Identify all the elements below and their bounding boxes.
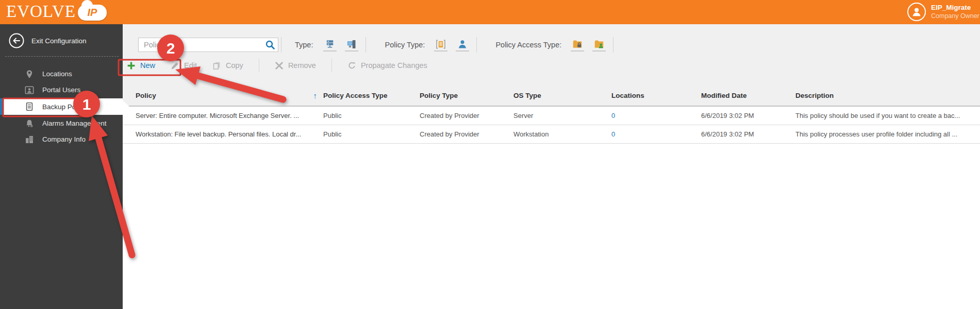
filter-policy-type-provider-icon[interactable] <box>434 38 447 52</box>
table-row[interactable]: Workstation: File level backup. Personal… <box>123 125 980 144</box>
filter-type-server-icon[interactable] <box>323 38 337 52</box>
policy-search-box <box>138 38 278 52</box>
user-menu[interactable]: EIP_Migrate Company Owner <box>907 3 979 21</box>
cell-policy-access-type: Public <box>323 112 420 119</box>
column-header-modified-date[interactable]: Modified Date <box>701 92 795 99</box>
pencil-icon <box>171 61 179 70</box>
back-arrow-icon <box>8 32 25 49</box>
copy-icon <box>212 61 221 70</box>
filter-separator <box>281 37 281 53</box>
propagate-changes-label: Propagate Changes <box>361 61 427 70</box>
sidebar-item-label: Backup Policies <box>42 103 91 111</box>
filter-access-public-icon[interactable] <box>571 38 584 52</box>
edit-button-label: Edit <box>184 61 197 70</box>
sidebar-item-label: Company Info <box>42 135 86 143</box>
column-header-policy-type[interactable]: Policy Type <box>420 92 513 99</box>
cell-policy-type: Created by Provider <box>420 130 513 138</box>
copy-button-label: Copy <box>226 61 243 70</box>
copy-button[interactable]: Copy <box>212 61 243 70</box>
sort-ascending-icon: ↑ <box>313 91 318 100</box>
backup-policies-icon <box>25 102 34 111</box>
table-body: Server: Entire computer. Microsoft Excha… <box>123 106 980 309</box>
column-header-os-type[interactable]: OS Type <box>513 92 611 99</box>
user-role: Company Owner <box>931 12 979 21</box>
x-icon <box>275 61 284 70</box>
policy-search-input[interactable] <box>139 38 262 52</box>
column-header-locations[interactable]: Locations <box>611 92 701 99</box>
column-header-description[interactable]: Description <box>795 92 980 99</box>
top-bar: EVOLVE IP EIP_Migrate Company Owner <box>0 0 980 24</box>
column-header-policy[interactable]: Policy ↑ <box>136 91 323 100</box>
portal-users-icon <box>25 85 34 95</box>
column-header-label: Policy <box>136 92 156 99</box>
sidebar-nav: Locations Portal Users Backup Policies A… <box>0 66 123 147</box>
new-button[interactable]: New <box>127 61 155 70</box>
user-name: EIP_Migrate <box>931 4 979 12</box>
sidebar-item-portal-users[interactable]: Portal Users <box>0 82 123 98</box>
cell-policy-type: Created by Provider <box>420 112 513 119</box>
toolbar: New Edit Copy Remove Propagate Cha <box>127 58 427 73</box>
table-header: Policy ↑ Policy Access Type Policy Type … <box>123 85 980 106</box>
locations-count-link[interactable]: 0 <box>611 112 615 119</box>
location-pin-icon <box>25 70 34 79</box>
alarm-bell-icon <box>25 119 34 128</box>
table-row[interactable]: Server: Entire computer. Microsoft Excha… <box>123 107 980 125</box>
policy-type-filter-label: Policy Type: <box>385 41 425 49</box>
logo-badge-text: IP <box>88 7 97 19</box>
toolbar-separator <box>259 59 259 72</box>
logo-text: EVOLVE <box>6 2 76 21</box>
cell-policy-access-type: Public <box>323 130 420 138</box>
cell-modified-date: 6/6/2019 3:02 PM <box>701 130 795 138</box>
cell-description: This policy processes user profile folde… <box>795 130 980 138</box>
propagate-changes-button[interactable]: Propagate Changes <box>347 61 427 70</box>
sidebar-item-label: Locations <box>42 70 72 78</box>
plus-icon <box>127 61 136 70</box>
sidebar-item-company-info[interactable]: Company Info <box>0 131 123 147</box>
remove-button[interactable]: Remove <box>275 61 316 70</box>
cell-os-type: Workstation <box>513 130 611 138</box>
sidebar-item-backup-policies[interactable]: Backup Policies <box>0 98 123 115</box>
column-header-policy-access-type[interactable]: Policy Access Type <box>323 92 420 99</box>
sidebar-item-label: Alarms Management <box>42 119 107 127</box>
sidebar-item-locations[interactable]: Locations <box>0 66 123 82</box>
policy-access-type-filter-label: Policy Access Type: <box>495 41 561 49</box>
logo-cloud-badge: IP <box>78 5 107 21</box>
search-icon[interactable] <box>262 38 278 52</box>
sidebar: Exit Configuration Locations Portal User… <box>0 24 123 309</box>
user-avatar-icon <box>907 3 926 21</box>
filter-policy-type-user-icon[interactable] <box>456 38 469 52</box>
exit-configuration-label: Exit Configuration <box>31 37 87 45</box>
new-button-label: New <box>140 61 155 70</box>
cell-policy: Server: Entire computer. Microsoft Excha… <box>136 112 323 119</box>
cell-os-type: Server <box>513 112 611 119</box>
edit-button[interactable]: Edit <box>171 61 197 70</box>
filter-access-private-icon[interactable] <box>592 38 606 52</box>
cell-description: This policy should be used if you want t… <box>795 112 980 119</box>
sidebar-item-alarms-management[interactable]: Alarms Management <box>0 115 123 131</box>
sidebar-divider <box>5 56 119 57</box>
filter-bar: Type: Policy Type: Policy Access Type: <box>138 37 613 53</box>
exit-configuration-button[interactable]: Exit Configuration <box>0 24 123 56</box>
toolbar-separator <box>331 59 332 72</box>
type-filter-label: Type: <box>295 41 313 49</box>
main-content: Type: Policy Type: Policy Access Type: <box>123 24 980 309</box>
cell-modified-date: 6/6/2019 3:02 PM <box>701 112 795 119</box>
filter-separator <box>613 37 613 53</box>
refresh-icon <box>347 61 356 70</box>
filter-separator <box>476 37 477 53</box>
locations-count-link[interactable]: 0 <box>611 130 615 138</box>
sidebar-item-label: Portal Users <box>42 86 80 94</box>
remove-button-label: Remove <box>288 61 316 70</box>
filter-type-workstation-icon[interactable] <box>345 38 358 52</box>
evolve-ip-logo: EVOLVE IP <box>6 2 107 21</box>
filter-separator <box>366 37 366 53</box>
cell-policy: Workstation: File level backup. Personal… <box>136 130 323 138</box>
company-building-icon <box>25 135 34 144</box>
